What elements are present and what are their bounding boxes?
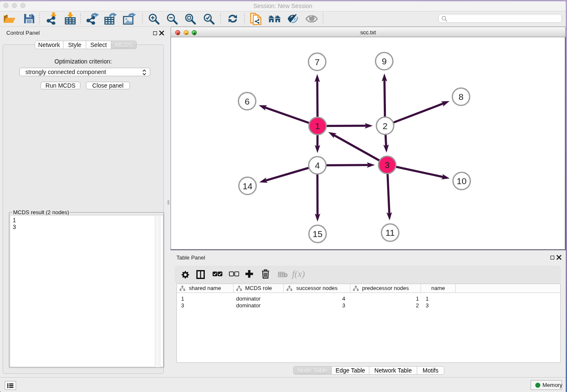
svg-text:9: 9: [382, 56, 387, 66]
svg-text:1: 1: [315, 121, 320, 131]
svg-text:14: 14: [242, 181, 253, 191]
svg-text:4: 4: [315, 160, 320, 170]
svg-text:8: 8: [459, 92, 464, 102]
svg-text:15: 15: [313, 229, 322, 239]
svg-text:7: 7: [315, 57, 320, 67]
svg-text:3: 3: [385, 160, 390, 170]
svg-text:2: 2: [383, 121, 388, 131]
svg-text:6: 6: [245, 97, 250, 106]
svg-text:10: 10: [457, 176, 466, 186]
svg-text:11: 11: [385, 228, 395, 237]
